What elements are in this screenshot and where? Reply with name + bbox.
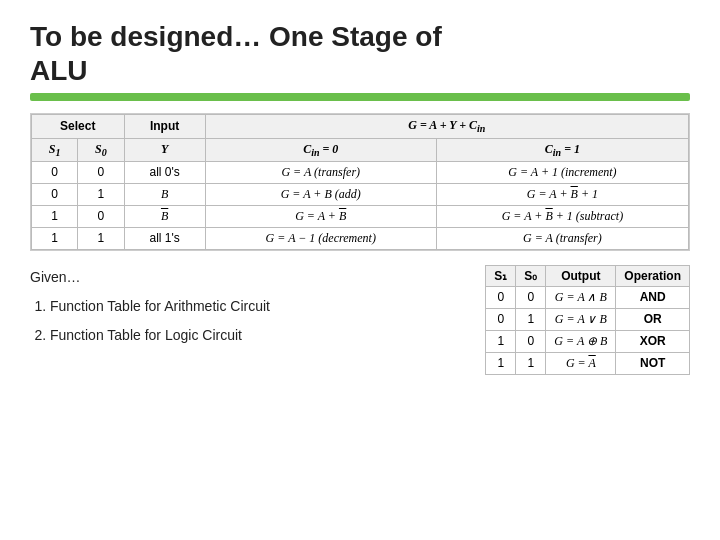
- table-row: 1 1 all 1's G = A − 1 (decrement) G = A …: [32, 227, 689, 249]
- g0-cell: G = A − 1 (decrement): [205, 227, 436, 249]
- logic-table-wrapper: S₁ S₀ Output Operation 0 0 G = A ∧ B AND…: [485, 265, 690, 375]
- s1-val: 1: [486, 352, 516, 374]
- s0-cell: 1: [78, 183, 124, 205]
- s1-cell: 0: [32, 161, 78, 183]
- given-title: Given…: [30, 265, 465, 290]
- s1-val: 0: [486, 308, 516, 330]
- s0-cell: 0: [78, 205, 124, 227]
- y-cell: all 0's: [124, 161, 205, 183]
- logic-s1-header: S₁: [486, 265, 516, 286]
- table-header-row: Select Input G = A + Y + Cin: [32, 115, 689, 138]
- slide-container: To be designed… One Stage of ALU Select …: [0, 0, 720, 540]
- arithmetic-table-wrapper: Select Input G = A + Y + Cin S1 S0 Y Cin…: [30, 113, 690, 251]
- given-list: Function Table for Arithmetic Circuit Fu…: [30, 294, 465, 348]
- output-val: G = A ∧ B: [546, 286, 616, 308]
- s0-val: 0: [516, 286, 546, 308]
- s1-subheader: S1: [32, 138, 78, 161]
- s0-cell: 1: [78, 227, 124, 249]
- g0-cell: G = A (transfer): [205, 161, 436, 183]
- table-row: 0 0 all 0's G = A (transfer) G = A + 1 (…: [32, 161, 689, 183]
- logic-s0-header: S₀: [516, 265, 546, 286]
- output-val: G = A: [546, 352, 616, 374]
- list-item: Function Table for Logic Circuit: [50, 323, 465, 348]
- s0-val: 0: [516, 330, 546, 352]
- y-subheader: Y: [124, 138, 205, 161]
- table-subheader-row: S1 S0 Y Cin = 0 Cin = 1: [32, 138, 689, 161]
- logic-output-header: Output: [546, 265, 616, 286]
- s1-cell: 1: [32, 205, 78, 227]
- s1-val: 1: [486, 330, 516, 352]
- logic-table-header-row: S₁ S₀ Output Operation: [486, 265, 690, 286]
- formula-header: G = A + Y + Cin: [205, 115, 688, 138]
- s1-cell: 0: [32, 183, 78, 205]
- op-val: NOT: [616, 352, 690, 374]
- y-cell: B: [124, 183, 205, 205]
- g1-cell: G = A (transfer): [436, 227, 688, 249]
- op-val: AND: [616, 286, 690, 308]
- op-val: XOR: [616, 330, 690, 352]
- s1-cell: 1: [32, 227, 78, 249]
- table-row: 1 0 G = A ⊕ B XOR: [486, 330, 690, 352]
- g0-cell: G = A + B: [205, 205, 436, 227]
- logic-op-header: Operation: [616, 265, 690, 286]
- s0-cell: 0: [78, 161, 124, 183]
- g0-cell: G = A + B (add): [205, 183, 436, 205]
- g1-cell: G = A + B + 1: [436, 183, 688, 205]
- y-cell: all 1's: [124, 227, 205, 249]
- s1-val: 0: [486, 286, 516, 308]
- g1-cell: G = A + B + 1 (subtract): [436, 205, 688, 227]
- bottom-section: Given… Function Table for Arithmetic Cir…: [30, 265, 690, 375]
- table-row: 0 1 B G = A + B (add) G = A + B + 1: [32, 183, 689, 205]
- table-row: 1 1 G = A NOT: [486, 352, 690, 374]
- input-header: Input: [124, 115, 205, 138]
- output-val: G = A ∨ B: [546, 308, 616, 330]
- y-cell: B: [124, 205, 205, 227]
- cin0-subheader: Cin = 0: [205, 138, 436, 161]
- arithmetic-table: Select Input G = A + Y + Cin S1 S0 Y Cin…: [31, 114, 689, 250]
- s0-subheader: S0: [78, 138, 124, 161]
- slide-title: To be designed… One Stage of ALU: [30, 20, 690, 87]
- cin1-subheader: Cin = 1: [436, 138, 688, 161]
- logic-table: S₁ S₀ Output Operation 0 0 G = A ∧ B AND…: [485, 265, 690, 375]
- op-val: OR: [616, 308, 690, 330]
- select-header: Select: [32, 115, 125, 138]
- g1-cell: G = A + 1 (increment): [436, 161, 688, 183]
- s0-val: 1: [516, 308, 546, 330]
- output-val: G = A ⊕ B: [546, 330, 616, 352]
- table-row: 0 0 G = A ∧ B AND: [486, 286, 690, 308]
- table-row: 0 1 G = A ∨ B OR: [486, 308, 690, 330]
- given-text-block: Given… Function Table for Arithmetic Cir…: [30, 265, 465, 353]
- green-bar-divider: [30, 93, 690, 101]
- s0-val: 1: [516, 352, 546, 374]
- table-row: 1 0 B G = A + B G = A + B + 1 (subtract): [32, 205, 689, 227]
- list-item: Function Table for Arithmetic Circuit: [50, 294, 465, 319]
